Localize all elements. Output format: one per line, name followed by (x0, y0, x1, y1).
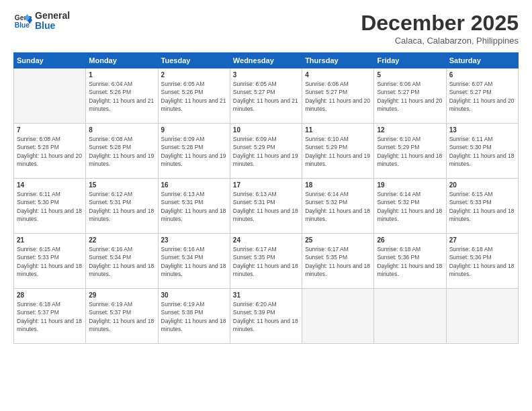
day-info: Sunrise: 6:14 AM Sunset: 5:32 PM Dayligh… (305, 190, 371, 223)
day-number: 16 (161, 181, 227, 189)
day-info: Sunrise: 6:13 AM Sunset: 5:31 PM Dayligh… (161, 190, 227, 223)
calendar-cell: 24Sunrise: 6:17 AM Sunset: 5:35 PM Dayli… (230, 234, 302, 289)
calendar-table: SundayMondayTuesdayWednesdayThursdayFrid… (13, 52, 519, 344)
day-info: Sunrise: 6:17 AM Sunset: 5:35 PM Dayligh… (305, 245, 371, 278)
day-info: Sunrise: 6:19 AM Sunset: 5:37 PM Dayligh… (89, 300, 154, 333)
day-number: 28 (17, 291, 83, 299)
day-info: Sunrise: 6:07 AM Sunset: 5:27 PM Dayligh… (449, 80, 515, 113)
logo: General Blue General Blue (13, 11, 70, 32)
day-info: Sunrise: 6:10 AM Sunset: 5:29 PM Dayligh… (305, 135, 371, 168)
day-number: 19 (377, 181, 443, 189)
day-number: 15 (89, 181, 154, 189)
weekday-header-wednesday: Wednesday (230, 53, 302, 68)
calendar-cell: 13Sunrise: 6:11 AM Sunset: 5:30 PM Dayli… (446, 124, 518, 179)
calendar-cell: 8Sunrise: 6:08 AM Sunset: 5:28 PM Daylig… (86, 124, 158, 179)
day-number: 4 (305, 71, 371, 79)
day-info: Sunrise: 6:04 AM Sunset: 5:26 PM Dayligh… (89, 80, 154, 113)
day-number: 1 (89, 71, 154, 79)
calendar-cell: 2Sunrise: 6:05 AM Sunset: 5:26 PM Daylig… (158, 68, 230, 124)
weekday-header-friday: Friday (374, 53, 446, 68)
calendar-cell: 12Sunrise: 6:10 AM Sunset: 5:29 PM Dayli… (374, 124, 446, 179)
calendar-cell (14, 68, 86, 124)
day-number: 14 (17, 181, 83, 189)
calendar-cell: 3Sunrise: 6:05 AM Sunset: 5:27 PM Daylig… (230, 68, 302, 124)
calendar-cell: 27Sunrise: 6:18 AM Sunset: 5:36 PM Dayli… (446, 234, 518, 289)
day-info: Sunrise: 6:16 AM Sunset: 5:34 PM Dayligh… (89, 245, 154, 278)
day-info: Sunrise: 6:14 AM Sunset: 5:32 PM Dayligh… (377, 190, 443, 223)
weekday-header-saturday: Saturday (446, 53, 518, 68)
calendar-cell: 7Sunrise: 6:08 AM Sunset: 5:28 PM Daylig… (14, 124, 86, 179)
calendar-cell: 30Sunrise: 6:19 AM Sunset: 5:38 PM Dayli… (158, 289, 230, 344)
calendar-cell: 11Sunrise: 6:10 AM Sunset: 5:29 PM Dayli… (302, 124, 374, 179)
calendar-cell: 4Sunrise: 6:06 AM Sunset: 5:27 PM Daylig… (302, 68, 374, 124)
day-info: Sunrise: 6:18 AM Sunset: 5:36 PM Dayligh… (377, 245, 443, 278)
day-info: Sunrise: 6:18 AM Sunset: 5:36 PM Dayligh… (449, 245, 515, 278)
calendar-cell: 25Sunrise: 6:17 AM Sunset: 5:35 PM Dayli… (302, 234, 374, 289)
day-info: Sunrise: 6:08 AM Sunset: 5:28 PM Dayligh… (89, 135, 154, 168)
day-info: Sunrise: 6:12 AM Sunset: 5:31 PM Dayligh… (89, 190, 154, 223)
calendar-cell: 19Sunrise: 6:14 AM Sunset: 5:32 PM Dayli… (374, 179, 446, 234)
day-info: Sunrise: 6:09 AM Sunset: 5:29 PM Dayligh… (233, 135, 299, 168)
day-number: 13 (449, 126, 515, 134)
day-info: Sunrise: 6:06 AM Sunset: 5:27 PM Dayligh… (305, 80, 371, 113)
day-info: Sunrise: 6:16 AM Sunset: 5:34 PM Dayligh… (161, 245, 227, 278)
calendar-cell: 23Sunrise: 6:16 AM Sunset: 5:34 PM Dayli… (158, 234, 230, 289)
day-number: 3 (233, 71, 299, 79)
calendar-cell: 1Sunrise: 6:04 AM Sunset: 5:26 PM Daylig… (86, 68, 158, 124)
calendar-cell: 9Sunrise: 6:09 AM Sunset: 5:28 PM Daylig… (158, 124, 230, 179)
calendar-cell (302, 289, 374, 344)
calendar-cell: 28Sunrise: 6:18 AM Sunset: 5:37 PM Dayli… (14, 289, 86, 344)
month-title: December 2025 (361, 11, 519, 36)
weekday-header-sunday: Sunday (14, 53, 86, 68)
calendar-cell: 20Sunrise: 6:15 AM Sunset: 5:33 PM Dayli… (446, 179, 518, 234)
calendar-cell: 29Sunrise: 6:19 AM Sunset: 5:37 PM Dayli… (86, 289, 158, 344)
day-number: 10 (233, 126, 299, 134)
calendar-cell (374, 289, 446, 344)
svg-text:Blue: Blue (15, 22, 30, 30)
calendar-cell: 26Sunrise: 6:18 AM Sunset: 5:36 PM Dayli… (374, 234, 446, 289)
day-info: Sunrise: 6:18 AM Sunset: 5:37 PM Dayligh… (17, 300, 83, 333)
day-number: 8 (89, 126, 154, 134)
day-info: Sunrise: 6:05 AM Sunset: 5:26 PM Dayligh… (161, 80, 227, 113)
day-number: 26 (377, 236, 443, 244)
day-number: 25 (305, 236, 371, 244)
calendar-cell: 5Sunrise: 6:06 AM Sunset: 5:27 PM Daylig… (374, 68, 446, 124)
calendar-cell: 31Sunrise: 6:20 AM Sunset: 5:39 PM Dayli… (230, 289, 302, 344)
day-number: 29 (89, 291, 154, 299)
page: General Blue General Blue December 2025 … (0, 0, 532, 411)
day-number: 12 (377, 126, 443, 134)
title-block: December 2025 Calaca, Calabarzon, Philip… (361, 11, 519, 46)
day-info: Sunrise: 6:05 AM Sunset: 5:27 PM Dayligh… (233, 80, 299, 113)
calendar-cell: 16Sunrise: 6:13 AM Sunset: 5:31 PM Dayli… (158, 179, 230, 234)
day-number: 17 (233, 181, 299, 189)
day-number: 27 (449, 236, 515, 244)
logo-blue-text: Blue (35, 21, 70, 31)
day-number: 11 (305, 126, 371, 134)
calendar-cell: 14Sunrise: 6:11 AM Sunset: 5:30 PM Dayli… (14, 179, 86, 234)
calendar-cell (446, 289, 518, 344)
day-info: Sunrise: 6:09 AM Sunset: 5:28 PM Dayligh… (161, 135, 227, 168)
weekday-header-tuesday: Tuesday (158, 53, 230, 68)
weekday-header-monday: Monday (86, 53, 158, 68)
day-number: 31 (233, 291, 299, 299)
calendar-cell: 21Sunrise: 6:15 AM Sunset: 5:33 PM Dayli… (14, 234, 86, 289)
day-number: 18 (305, 181, 371, 189)
day-info: Sunrise: 6:10 AM Sunset: 5:29 PM Dayligh… (377, 135, 443, 168)
logo-icon: General Blue (13, 11, 32, 30)
calendar-cell: 18Sunrise: 6:14 AM Sunset: 5:32 PM Dayli… (302, 179, 374, 234)
day-info: Sunrise: 6:11 AM Sunset: 5:30 PM Dayligh… (17, 190, 83, 223)
day-info: Sunrise: 6:06 AM Sunset: 5:27 PM Dayligh… (377, 80, 443, 113)
header: General Blue General Blue December 2025 … (13, 11, 519, 46)
day-number: 21 (17, 236, 83, 244)
day-number: 7 (17, 126, 83, 134)
day-info: Sunrise: 6:08 AM Sunset: 5:28 PM Dayligh… (17, 135, 83, 168)
calendar-cell: 10Sunrise: 6:09 AM Sunset: 5:29 PM Dayli… (230, 124, 302, 179)
day-info: Sunrise: 6:19 AM Sunset: 5:38 PM Dayligh… (161, 300, 227, 333)
logo-general-text: General (35, 11, 70, 21)
day-number: 23 (161, 236, 227, 244)
day-number: 22 (89, 236, 154, 244)
weekday-header-thursday: Thursday (302, 53, 374, 68)
day-number: 9 (161, 126, 227, 134)
calendar-cell: 6Sunrise: 6:07 AM Sunset: 5:27 PM Daylig… (446, 68, 518, 124)
day-info: Sunrise: 6:11 AM Sunset: 5:30 PM Dayligh… (449, 135, 515, 168)
